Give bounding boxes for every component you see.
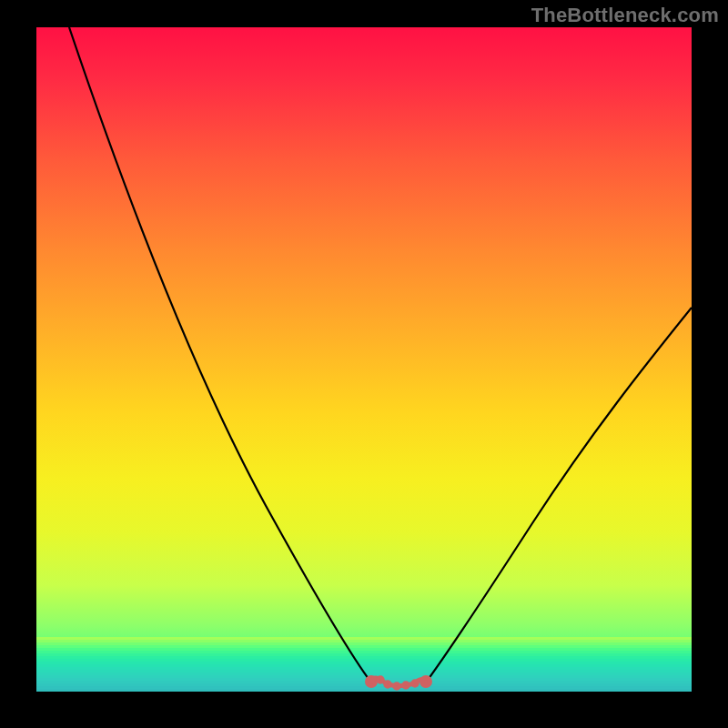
svg-point-6 <box>413 682 417 685</box>
svg-point-1 <box>422 678 430 686</box>
right-curve <box>426 308 692 682</box>
svg-point-4 <box>395 684 399 688</box>
watermark-text: TheBottleneck.com <box>531 4 719 27</box>
svg-point-3 <box>386 682 389 686</box>
left-curve <box>69 27 371 682</box>
chart-curves <box>36 27 692 692</box>
marker-band <box>368 678 430 689</box>
chart-area <box>36 27 692 692</box>
svg-point-5 <box>404 683 408 687</box>
svg-point-2 <box>379 678 382 682</box>
